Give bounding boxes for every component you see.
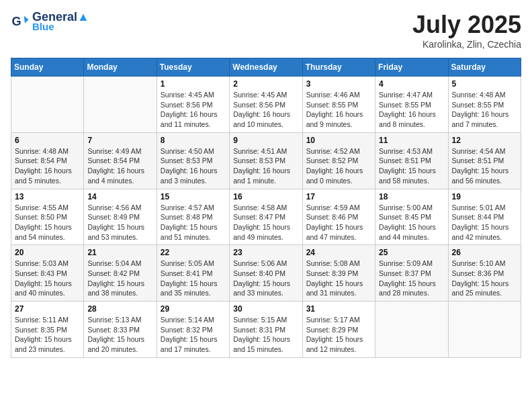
calendar-cell: 22Sunrise: 5:05 AM Sunset: 8:41 PM Dayli… [157,245,229,302]
day-of-week-header: Monday [84,58,157,77]
calendar-cell [375,302,448,358]
calendar-cell: 24Sunrise: 5:08 AM Sunset: 8:39 PM Dayli… [302,245,375,302]
calendar-cell: 9Sunrise: 4:51 AM Sunset: 8:53 PM Daylig… [230,132,302,189]
calendar-cell: 3Sunrise: 4:46 AM Sunset: 8:55 PM Daylig… [302,77,375,133]
day-info: Sunrise: 4:50 AM Sunset: 8:53 PM Dayligh… [161,146,226,186]
day-info: Sunrise: 5:05 AM Sunset: 8:41 PM Dayligh… [161,259,226,298]
calendar-cell: 14Sunrise: 4:56 AM Sunset: 8:49 PM Dayli… [84,189,157,245]
day-info: Sunrise: 4:47 AM Sunset: 8:55 PM Dayligh… [379,90,444,130]
calendar-week-row: 20Sunrise: 5:03 AM Sunset: 8:43 PM Dayli… [11,245,521,302]
calendar-cell: 20Sunrise: 5:03 AM Sunset: 8:43 PM Dayli… [11,245,84,302]
day-info: Sunrise: 4:58 AM Sunset: 8:47 PM Dayligh… [233,203,298,242]
month-year: July 2025 [412,11,521,39]
calendar-week-row: 6Sunrise: 4:48 AM Sunset: 8:54 PM Daylig… [11,132,521,189]
svg-marker-1 [24,16,29,24]
day-number: 16 [233,192,298,201]
day-number: 24 [306,248,371,257]
day-info: Sunrise: 4:48 AM Sunset: 8:55 PM Dayligh… [452,90,517,130]
day-number: 28 [87,304,152,314]
day-info: Sunrise: 5:10 AM Sunset: 8:36 PM Dayligh… [452,259,517,298]
day-info: Sunrise: 5:17 AM Sunset: 8:29 PM Dayligh… [306,315,371,355]
day-number: 19 [452,192,517,201]
location: Karolinka, Zlin, Czechia [412,39,521,50]
day-info: Sunrise: 4:56 AM Sunset: 8:49 PM Dayligh… [87,203,152,242]
day-number: 2 [233,79,298,89]
day-info: Sunrise: 5:01 AM Sunset: 8:44 PM Dayligh… [452,203,517,242]
day-number: 15 [161,192,226,201]
day-number: 9 [233,136,298,145]
calendar-cell: 29Sunrise: 5:14 AM Sunset: 8:32 PM Dayli… [157,302,229,358]
logo-text: General▲ Blue [32,11,89,32]
day-of-week-header: Saturday [448,58,521,77]
calendar-cell: 21Sunrise: 5:04 AM Sunset: 8:42 PM Dayli… [84,245,157,302]
day-info: Sunrise: 4:49 AM Sunset: 8:54 PM Dayligh… [87,146,152,186]
day-of-week-header: Sunday [11,58,84,77]
day-info: Sunrise: 5:08 AM Sunset: 8:39 PM Dayligh… [306,259,371,298]
day-info: Sunrise: 5:14 AM Sunset: 8:32 PM Dayligh… [161,315,226,355]
day-number: 29 [161,304,226,314]
day-of-week-header: Thursday [302,58,375,77]
calendar-cell: 4Sunrise: 4:47 AM Sunset: 8:55 PM Daylig… [375,77,448,133]
day-info: Sunrise: 4:54 AM Sunset: 8:51 PM Dayligh… [452,146,517,186]
calendar-cell: 15Sunrise: 4:57 AM Sunset: 8:48 PM Dayli… [157,189,229,245]
calendar-week-row: 27Sunrise: 5:11 AM Sunset: 8:35 PM Dayli… [11,302,521,358]
day-number: 20 [15,248,80,257]
calendar-cell: 27Sunrise: 5:11 AM Sunset: 8:35 PM Dayli… [11,302,84,358]
calendar-cell: 6Sunrise: 4:48 AM Sunset: 8:54 PM Daylig… [11,132,84,189]
calendar-cell: 25Sunrise: 5:09 AM Sunset: 8:37 PM Dayli… [375,245,448,302]
calendar-cell: 31Sunrise: 5:17 AM Sunset: 8:29 PM Dayli… [302,302,375,358]
day-info: Sunrise: 5:00 AM Sunset: 8:45 PM Dayligh… [379,203,444,242]
logo: G General▲ Blue [11,11,89,32]
calendar-cell: 7Sunrise: 4:49 AM Sunset: 8:54 PM Daylig… [84,132,157,189]
day-info: Sunrise: 5:11 AM Sunset: 8:35 PM Dayligh… [15,315,80,355]
day-info: Sunrise: 5:06 AM Sunset: 8:40 PM Dayligh… [233,259,298,298]
day-info: Sunrise: 4:48 AM Sunset: 8:54 PM Dayligh… [15,146,80,186]
logo-icon: G [11,12,30,31]
title-block: July 2025 Karolinka, Zlin, Czechia [412,11,521,50]
page-header: G General▲ Blue July 2025 Karolinka, Zli… [11,11,521,50]
day-number: 13 [15,192,80,201]
calendar-cell [84,77,157,133]
day-number: 1 [161,79,226,89]
day-number: 30 [233,304,298,314]
calendar-cell: 10Sunrise: 4:52 AM Sunset: 8:52 PM Dayli… [302,132,375,189]
day-info: Sunrise: 4:59 AM Sunset: 8:46 PM Dayligh… [306,203,371,242]
day-number: 25 [379,248,444,257]
day-info: Sunrise: 4:45 AM Sunset: 8:56 PM Dayligh… [161,90,226,130]
calendar-cell: 26Sunrise: 5:10 AM Sunset: 8:36 PM Dayli… [448,245,521,302]
day-info: Sunrise: 5:03 AM Sunset: 8:43 PM Dayligh… [15,259,80,298]
day-info: Sunrise: 4:51 AM Sunset: 8:53 PM Dayligh… [233,146,298,186]
calendar-table: SundayMondayTuesdayWednesdayThursdayFrid… [11,58,521,358]
calendar-cell: 2Sunrise: 4:45 AM Sunset: 8:56 PM Daylig… [230,77,302,133]
day-number: 10 [306,136,371,145]
day-number: 27 [15,304,80,314]
calendar-cell [448,302,521,358]
day-info: Sunrise: 5:13 AM Sunset: 8:33 PM Dayligh… [87,315,152,355]
day-info: Sunrise: 4:53 AM Sunset: 8:51 PM Dayligh… [379,146,444,186]
day-number: 18 [379,192,444,201]
day-number: 12 [452,136,517,145]
calendar-week-row: 13Sunrise: 4:55 AM Sunset: 8:50 PM Dayli… [11,189,521,245]
calendar-header-row: SundayMondayTuesdayWednesdayThursdayFrid… [11,58,521,77]
day-number: 23 [233,248,298,257]
day-number: 26 [452,248,517,257]
day-number: 7 [87,136,152,145]
day-info: Sunrise: 5:09 AM Sunset: 8:37 PM Dayligh… [379,259,444,298]
day-info: Sunrise: 4:55 AM Sunset: 8:50 PM Dayligh… [15,203,80,242]
day-number: 11 [379,136,444,145]
calendar-week-row: 1Sunrise: 4:45 AM Sunset: 8:56 PM Daylig… [11,77,521,133]
day-number: 3 [306,79,371,89]
calendar-cell: 28Sunrise: 5:13 AM Sunset: 8:33 PM Dayli… [84,302,157,358]
day-info: Sunrise: 4:45 AM Sunset: 8:56 PM Dayligh… [233,90,298,130]
day-info: Sunrise: 5:15 AM Sunset: 8:31 PM Dayligh… [233,315,298,355]
calendar-cell: 18Sunrise: 5:00 AM Sunset: 8:45 PM Dayli… [375,189,448,245]
day-number: 22 [161,248,226,257]
calendar-cell: 30Sunrise: 5:15 AM Sunset: 8:31 PM Dayli… [230,302,302,358]
day-number: 17 [306,192,371,201]
calendar-cell: 5Sunrise: 4:48 AM Sunset: 8:55 PM Daylig… [448,77,521,133]
calendar-cell: 19Sunrise: 5:01 AM Sunset: 8:44 PM Dayli… [448,189,521,245]
day-number: 6 [15,136,80,145]
day-of-week-header: Friday [375,58,448,77]
day-of-week-header: Wednesday [230,58,302,77]
day-of-week-header: Tuesday [157,58,229,77]
